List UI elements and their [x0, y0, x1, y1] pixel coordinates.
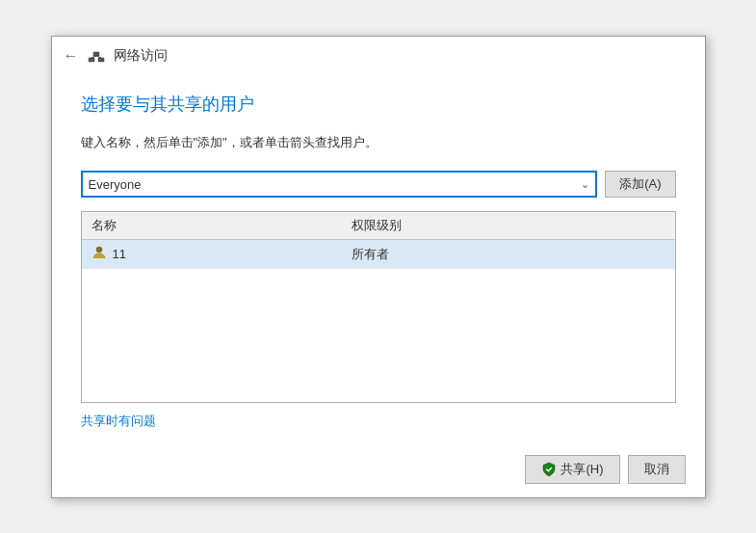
user-input-wrapper[interactable]: ⌄	[81, 171, 598, 198]
input-row: ⌄ 添加(A)	[81, 171, 676, 198]
add-button[interactable]: 添加(A)	[605, 171, 675, 198]
cell-permission: 所有者	[342, 240, 674, 269]
back-button[interactable]: ←	[64, 47, 79, 65]
table-header-row: 名称 权限级别	[82, 212, 675, 240]
svg-point-5	[96, 247, 102, 253]
user-icon	[91, 245, 107, 263]
dialog-heading: 选择要与其共享的用户	[81, 93, 676, 116]
user-name: 11	[113, 247, 126, 261]
dialog-content: 选择要与其共享的用户 键入名称，然后单击"添加"，或者单击箭头查找用户。 ⌄ 添…	[52, 73, 705, 445]
svg-rect-1	[93, 52, 99, 56]
col-permission: 权限级别	[342, 212, 674, 240]
cell-name: 11	[82, 240, 343, 269]
network-icon	[87, 46, 106, 66]
share-icon-wrap: 共享(H)	[541, 461, 603, 478]
network-access-dialog: ← 网络访问 选择要与其共享的用户 键入名称，然后单击"添加"，或者单击箭头查找…	[51, 36, 706, 498]
dialog-description: 键入名称，然后单击"添加"，或者单击箭头查找用户。	[81, 133, 676, 152]
share-button[interactable]: 共享(H)	[525, 455, 619, 484]
trouble-link[interactable]: 共享时有问题	[81, 413, 676, 430]
col-name: 名称	[82, 212, 343, 240]
svg-line-4	[96, 56, 101, 58]
users-table-wrapper: 名称 权限级别 11所有者	[81, 211, 676, 403]
svg-rect-2	[98, 58, 104, 62]
shield-icon	[541, 462, 557, 477]
table-row[interactable]: 11所有者	[82, 240, 675, 269]
svg-rect-0	[89, 58, 94, 62]
svg-line-3	[91, 56, 96, 58]
dropdown-arrow-icon[interactable]: ⌄	[577, 178, 589, 191]
dialog-footer: 共享(H) 取消	[52, 445, 705, 497]
cancel-button[interactable]: 取消	[628, 455, 686, 484]
users-table: 名称 权限级别 11所有者	[82, 212, 675, 269]
share-button-label: 共享(H)	[560, 461, 603, 478]
dialog-title: 网络访问	[114, 47, 168, 65]
user-input[interactable]	[89, 177, 578, 192]
title-bar: ← 网络访问	[52, 37, 705, 73]
